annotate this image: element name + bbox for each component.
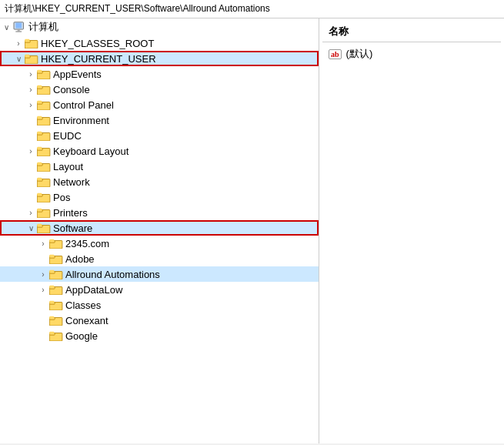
- tree-item-printers[interactable]: Printers: [0, 205, 319, 220]
- tree-item-label: Printers: [53, 207, 88, 219]
- tree-expander[interactable]: [0, 21, 12, 33]
- tree-item-appevents[interactable]: AppEvents: [0, 66, 319, 82]
- folder-icon: [49, 269, 63, 279]
- folder-icon: [25, 38, 38, 49]
- tree-item-label: Control Panel: [53, 99, 114, 111]
- folder-icon: [37, 146, 51, 156]
- tree-expander[interactable]: [25, 83, 37, 95]
- svg-rect-45: [49, 239, 54, 243]
- tree-expander[interactable]: [37, 237, 49, 249]
- right-panel-item: ab (默认): [322, 45, 501, 62]
- tree-item-2345com[interactable]: 2345.com: [0, 236, 319, 251]
- tree-item-label: 计算机: [28, 20, 58, 34]
- tree-expander[interactable]: [25, 68, 37, 80]
- tree-item-network[interactable]: Network: [0, 174, 319, 189]
- tree-item-label: Google: [65, 330, 98, 342]
- tree-item-label: Pos: [53, 192, 70, 203]
- tree-expander[interactable]: [37, 283, 49, 296]
- tree-item-classes[interactable]: Classes: [0, 297, 319, 313]
- folder-icon: [49, 315, 63, 326]
- folder-icon: [37, 130, 51, 141]
- tree-item-google[interactable]: Google: [0, 328, 319, 343]
- folder-icon: [37, 176, 51, 187]
- svg-rect-57: [49, 301, 54, 304]
- folder-icon: [37, 192, 51, 202]
- right-panel: 名称 ab (默认): [319, 18, 504, 443]
- tree-item-label: Software: [53, 222, 92, 234]
- folder-icon: [49, 284, 63, 295]
- folder-icon: [49, 299, 63, 310]
- svg-rect-1: [15, 23, 22, 28]
- tree-item-allround_automations[interactable]: Allround Automations: [0, 266, 319, 282]
- computer-icon: [12, 22, 26, 32]
- tree-panel[interactable]: 计算机 HKEY_CLASSES_ROOT HKEY_CURRENT_USER …: [0, 18, 319, 443]
- tree-item-control_panel[interactable]: Control Panel: [0, 97, 319, 112]
- default-value-label: (默认): [346, 47, 373, 61]
- tree-item-label: HKEY_CURRENT_USER: [41, 53, 156, 65]
- tree-expander[interactable]: [25, 222, 37, 234]
- svg-rect-2: [18, 29, 20, 31]
- svg-rect-48: [49, 255, 54, 258]
- tree-expander[interactable]: [37, 268, 49, 280]
- tree-expander[interactable]: [25, 99, 37, 111]
- folder-icon: [49, 238, 63, 249]
- folder-icon: [25, 53, 38, 64]
- svg-rect-39: [37, 209, 42, 212]
- tree-item-eudc[interactable]: EUDC: [0, 128, 319, 143]
- tree-expander[interactable]: [25, 206, 37, 219]
- tree-item-keyboard_layout[interactable]: Keyboard Layout: [0, 143, 319, 159]
- main-container: 计算机 HKEY_CLASSES_ROOT HKEY_CURRENT_USER …: [0, 18, 504, 443]
- tree-item-label: HKEY_CLASSES_ROOT: [41, 38, 154, 49]
- tree-item-appdatalow[interactable]: AppDataLow: [0, 282, 319, 297]
- ab-icon: ab: [329, 49, 342, 59]
- svg-rect-33: [37, 178, 42, 181]
- tree-item-software[interactable]: Software: [0, 220, 319, 236]
- svg-rect-6: [25, 39, 29, 42]
- right-panel-header: 名称: [322, 22, 501, 42]
- svg-rect-15: [37, 85, 42, 89]
- folder-icon: [37, 115, 51, 125]
- tree-item-label: Network: [53, 176, 90, 188]
- tree-item-label: EUDC: [53, 130, 82, 142]
- tree-item-environment[interactable]: Environment: [0, 112, 319, 128]
- folder-icon: [37, 161, 51, 172]
- tree-item-computer[interactable]: 计算机: [0, 18, 319, 35]
- tree-item-hkey_current_user[interactable]: HKEY_CURRENT_USER: [0, 51, 319, 66]
- svg-rect-51: [49, 270, 54, 273]
- folder-icon: [49, 330, 63, 341]
- tree-item-layout[interactable]: Layout: [0, 159, 319, 174]
- tree-expander[interactable]: [12, 37, 25, 49]
- svg-rect-3: [15, 31, 22, 32]
- tree-item-label: Keyboard Layout: [53, 146, 129, 157]
- svg-rect-60: [49, 316, 54, 320]
- tree-item-conexant[interactable]: Conexant: [0, 313, 319, 328]
- svg-rect-27: [37, 147, 42, 150]
- tree-item-label: 2345.com: [65, 238, 109, 249]
- tree-item-label: Layout: [53, 161, 83, 172]
- tree-item-label: Adobe: [65, 253, 95, 265]
- svg-rect-12: [37, 70, 42, 73]
- tree-item-adobe[interactable]: Adobe: [0, 251, 319, 266]
- svg-rect-18: [37, 101, 42, 104]
- svg-rect-36: [37, 193, 42, 196]
- tree-item-label: AppEvents: [53, 69, 102, 80]
- folder-icon: [37, 84, 51, 95]
- tree-item-hkey_classes_root[interactable]: HKEY_CLASSES_ROOT: [0, 35, 319, 51]
- tree-item-label: Console: [53, 84, 90, 95]
- svg-rect-21: [37, 116, 42, 119]
- svg-rect-30: [37, 162, 42, 166]
- folder-icon: [37, 207, 51, 218]
- tree-item-label: AppDataLow: [65, 284, 122, 296]
- tree-expander[interactable]: [12, 52, 25, 65]
- svg-rect-9: [25, 55, 29, 58]
- svg-rect-63: [49, 332, 54, 335]
- tree-item-console[interactable]: Console: [0, 82, 319, 97]
- tree-item-pos[interactable]: Pos: [0, 189, 319, 205]
- folder-icon: [49, 253, 63, 264]
- tree-item-label: Classes: [65, 299, 101, 311]
- tree-item-label: Allround Automations: [65, 269, 160, 280]
- svg-rect-42: [37, 224, 42, 227]
- svg-rect-24: [37, 132, 42, 135]
- tree-expander[interactable]: [25, 145, 37, 157]
- folder-icon: [37, 69, 51, 79]
